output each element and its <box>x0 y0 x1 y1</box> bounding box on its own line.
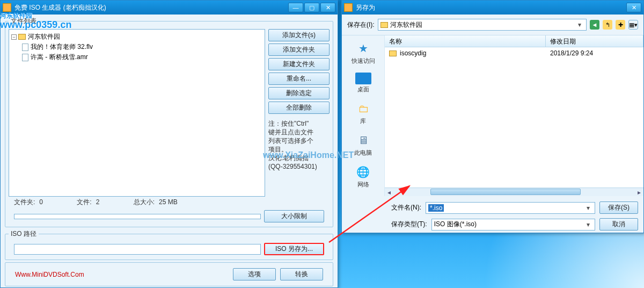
collapse-icon[interactable]: − <box>11 34 17 40</box>
convert-button[interactable]: 转换 <box>280 268 323 280</box>
list-item[interactable]: isoscydig 2018/1/29 9:24 <box>385 47 643 59</box>
pc-icon: 🖥 <box>354 133 372 148</box>
rename-button[interactable]: 重命名... <box>268 73 330 85</box>
dropdown-icon[interactable]: ▾ <box>584 204 592 212</box>
iso-path-input[interactable] <box>14 244 261 255</box>
network-icon: 🌐 <box>354 164 372 179</box>
files-label: 文件: <box>77 198 91 206</box>
iso-path-legend: ISO 路径 <box>9 229 39 239</box>
folder-icon <box>380 22 388 28</box>
folder-tool-icons: ◄ ↰ ✚ ▦▾ <box>590 20 638 30</box>
up-folder-icon[interactable]: ↰ <box>603 20 612 30</box>
scroll-right-icon[interactable]: ▸ <box>635 189 643 196</box>
tree-file-1-label: 我的！体育老师 32.flv <box>31 42 93 52</box>
row-name: isoscydig <box>400 49 426 57</box>
place-network[interactable]: 🌐 网络 <box>345 162 382 191</box>
filetype-field[interactable]: ISO 图像(*.iso) ▾ <box>431 219 595 231</box>
minimize-button[interactable]: — <box>288 3 303 12</box>
place-library-label: 库 <box>360 117 366 125</box>
size-value: 25 MB <box>159 198 178 206</box>
note-l5: 汉化:老朽痴拙 <box>268 154 330 162</box>
hint-note: 注：按住"Ctrl" 键并且点击文件 列表可选择多个 项目。 汉化:老朽痴拙 (… <box>268 119 330 171</box>
back-icon[interactable]: ◄ <box>590 20 599 30</box>
place-library[interactable]: 🗀 库 <box>345 99 382 127</box>
tree-root[interactable]: − 河东软件园 <box>11 32 262 42</box>
filetype-label: 保存类型(T): <box>391 220 427 229</box>
folders-value: 0 <box>39 198 55 206</box>
file-icon <box>22 54 28 61</box>
filename-field[interactable]: *.iso ▾ <box>426 202 595 214</box>
iso-path-group: ISO 路径 ISO 另存为... <box>5 229 333 260</box>
place-desktop-label: 桌面 <box>357 85 369 93</box>
cancel-button[interactable]: 取消 <box>599 218 638 231</box>
note-l4: 项目。 <box>268 145 330 154</box>
folders-label: 文件夹: <box>14 198 35 206</box>
save-in-label: 保存在(I): <box>347 20 375 30</box>
note-l3: 列表可选择多个 <box>268 136 330 145</box>
iso-generator-window: 免费 ISO 生成器 (老朽痴拙汉化) — ▢ ✕ 文件列表 − 河东软件园 我… <box>0 0 338 288</box>
save-titlebar[interactable]: 另存为 ✕ <box>342 1 643 15</box>
row-date: 2018/1/29 9:24 <box>546 49 643 57</box>
size-limit-button[interactable]: 大小限制 <box>264 210 324 222</box>
save-button[interactable]: 保存(S) <box>599 201 638 214</box>
close-button[interactable]: ✕ <box>320 3 335 12</box>
save-location-bar: 保存在(I): 河东软件园 ▾ ◄ ↰ ✚ ▦▾ <box>342 15 643 35</box>
note-l2: 键并且点击文件 <box>268 128 330 136</box>
view-menu-icon[interactable]: ▦▾ <box>628 20 638 30</box>
folder-icon <box>18 34 26 40</box>
library-icon: 🗀 <box>354 101 372 116</box>
file-list-rows[interactable]: isoscydig 2018/1/29 9:24 <box>385 47 643 188</box>
file-list-header: 名称 修改日期 <box>385 35 643 47</box>
save-as-dialog: 另存为 ✕ 保存在(I): 河东软件园 ▾ ◄ ↰ ✚ ▦▾ ★ 快速访问 桌面 <box>341 0 644 233</box>
tree-file-2[interactable]: 许嵩 - 断桥残雪.amr <box>11 52 262 62</box>
save-bottom-form: 文件名(N): *.iso ▾ 保存(S) 保存类型(T): ISO 图像(*.… <box>342 196 643 238</box>
save-close-button[interactable]: ✕ <box>626 3 641 12</box>
vendor-link[interactable]: Www.MiniDVDSoft.Com <box>15 271 84 278</box>
save-in-combo[interactable]: 河东软件园 ▾ <box>378 19 587 31</box>
file-list-group: 文件列表 − 河东软件园 我的！体育老师 32.flv 许嵩 - 断桥残雪.am… <box>5 17 333 227</box>
options-button[interactable]: 选项 <box>233 268 276 280</box>
file-tree[interactable]: − 河东软件园 我的！体育老师 32.flv 许嵩 - 断桥残雪.amr <box>9 29 265 197</box>
filename-value: *.iso <box>428 204 444 212</box>
horizontal-scrollbar[interactable]: ◂ ▸ <box>385 188 643 196</box>
note-l6: (QQ-329554301) <box>268 162 330 171</box>
places-bar: ★ 快速访问 桌面 🗀 库 🖥 此电脑 🌐 网络 <box>342 35 385 196</box>
files-value: 2 <box>96 198 112 206</box>
dropdown-icon[interactable]: ▾ <box>584 221 592 228</box>
tree-file-1[interactable]: 我的！体育老师 32.flv <box>11 42 262 52</box>
new-folder-icon[interactable]: ✚ <box>616 20 625 30</box>
place-quick-access[interactable]: ★ 快速访问 <box>345 39 382 67</box>
actions-group: Www.MiniDVDSoft.Com 选项 转换 <box>5 262 333 286</box>
place-thispc-label: 此电脑 <box>354 149 372 157</box>
app-icon <box>3 3 11 12</box>
new-folder-button[interactable]: 新建文件夹 <box>268 58 330 70</box>
col-date[interactable]: 修改日期 <box>546 35 643 47</box>
dropdown-icon[interactable]: ▾ <box>575 21 584 28</box>
file-buttons-column: 添加文件(s) 添加文件夹 新建文件夹 重命名... 删除选定 全部删除 注：按… <box>268 29 330 197</box>
file-list-view: 名称 修改日期 isoscydig 2018/1/29 9:24 ◂ ▸ <box>385 35 643 196</box>
save-in-value: 河东软件园 <box>390 20 422 30</box>
delete-selected-button[interactable]: 删除选定 <box>268 87 330 99</box>
place-quick-label: 快速访问 <box>352 57 375 65</box>
col-name[interactable]: 名称 <box>385 35 546 47</box>
place-desktop[interactable]: 桌面 <box>345 70 382 96</box>
scroll-left-icon[interactable]: ◂ <box>385 189 393 196</box>
iso-save-as-button[interactable]: ISO 另存为... <box>264 243 324 255</box>
tree-root-label: 河东软件园 <box>28 32 60 41</box>
add-folder-button[interactable]: 添加文件夹 <box>268 44 330 56</box>
place-network-label: 网络 <box>357 181 369 189</box>
save-dialog-icon <box>344 3 353 12</box>
iso-title: 免费 ISO 生成器 (老朽痴拙汉化) <box>14 3 287 12</box>
note-l1: 注：按住"Ctrl" <box>268 119 330 128</box>
save-title: 另存为 <box>356 3 625 12</box>
file-list-legend: 文件列表 <box>9 17 39 26</box>
scroll-thumb[interactable] <box>430 189 581 195</box>
iso-titlebar[interactable]: 免费 ISO 生成器 (老朽痴拙汉化) — ▢ ✕ <box>1 1 338 15</box>
delete-all-button[interactable]: 全部删除 <box>268 102 330 114</box>
place-thispc[interactable]: 🖥 此电脑 <box>345 131 382 159</box>
add-files-button[interactable]: 添加文件(s) <box>268 29 330 41</box>
maximize-button[interactable]: ▢ <box>304 3 319 12</box>
file-icon <box>22 44 28 51</box>
star-icon: ★ <box>354 41 372 56</box>
filetype-value: ISO 图像(*.iso) <box>434 220 477 229</box>
